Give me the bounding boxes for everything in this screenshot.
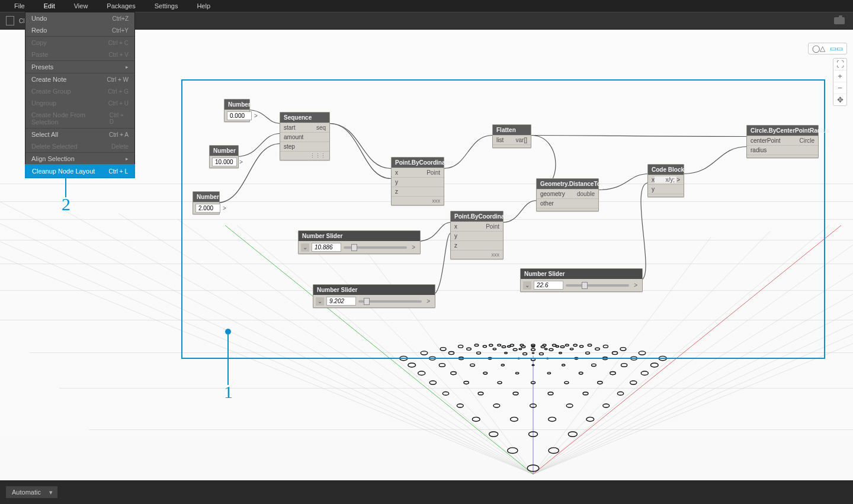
- menu-item-cleanup-node-layout[interactable]: Cleanup Node LayoutCtrl + L: [25, 164, 135, 178]
- zoom-out-button[interactable]: −: [833, 82, 846, 94]
- menu-item-copy: CopyCtrl + C: [25, 36, 134, 49]
- input-port[interactable]: z: [454, 242, 457, 249]
- node-number-0[interactable]: Number >: [224, 99, 250, 122]
- input-port[interactable]: y: [454, 233, 457, 239]
- svg-point-103: [418, 371, 425, 375]
- zoom-fit-button[interactable]: ⛶: [833, 59, 846, 70]
- node-number-10[interactable]: Number >: [209, 145, 239, 168]
- slider-knob[interactable]: [351, 244, 357, 251]
- menu-item-undo[interactable]: UndoCtrl+Z: [25, 12, 134, 24]
- svg-point-64: [493, 404, 500, 407]
- svg-line-9: [355, 237, 533, 474]
- menu-item-create-node-from-selection: Create Node From SelectionCtrl + D: [25, 109, 134, 128]
- callout-label-1: 1: [224, 382, 233, 402]
- svg-point-65: [513, 392, 518, 395]
- slider-value[interactable]: 10.886: [312, 243, 341, 252]
- node-number-2[interactable]: Number >: [193, 191, 220, 214]
- input-port[interactable]: y: [395, 179, 398, 185]
- input-port[interactable]: y: [652, 186, 655, 192]
- output-port[interactable]: >: [220, 205, 229, 211]
- menu-packages[interactable]: Packages: [97, 2, 145, 9]
- svg-point-81: [580, 345, 583, 347]
- svg-point-41: [650, 363, 658, 367]
- number-input[interactable]: [195, 204, 220, 213]
- camera-icon[interactable]: [834, 17, 845, 24]
- svg-point-97: [505, 352, 508, 354]
- output-port[interactable]: >: [676, 176, 680, 183]
- input-port[interactable]: amount: [284, 134, 303, 140]
- node-footer: [537, 208, 598, 211]
- menu-item-create-note[interactable]: Create NoteCtrl + W: [25, 73, 134, 85]
- edit-dropdown: UndoCtrl+ZRedoCtrl+YCopyCtrl + CPasteCtr…: [25, 12, 135, 178]
- slider-track[interactable]: [566, 284, 629, 287]
- svg-point-61: [612, 352, 617, 355]
- pan-button[interactable]: ✥: [833, 94, 846, 105]
- svg-line-14: [533, 208, 853, 474]
- menu-file[interactable]: File: [5, 2, 34, 9]
- node-circle-by-center-point-radius[interactable]: Circle.ByCenterPointRadius centerPointCi…: [746, 125, 819, 158]
- slider-value[interactable]: 22.6: [534, 281, 563, 290]
- slider-value[interactable]: 9.202: [326, 297, 356, 306]
- slider-knob[interactable]: [364, 298, 370, 305]
- output-port[interactable]: Circle: [781, 137, 814, 144]
- output-port[interactable]: >: [631, 282, 640, 288]
- zoom-in-button[interactable]: +: [833, 70, 846, 82]
- input-port[interactable]: start: [284, 124, 295, 131]
- output-port[interactable]: seq: [295, 124, 326, 131]
- slider-track[interactable]: [344, 246, 407, 249]
- svg-point-111: [541, 346, 545, 348]
- menu-item-align-selection[interactable]: Align Selection: [25, 152, 134, 165]
- slider-track[interactable]: [358, 300, 422, 303]
- code-expression[interactable]: x/y;: [655, 176, 676, 183]
- slider-knob[interactable]: [582, 282, 588, 289]
- output-port[interactable]: >: [252, 113, 260, 119]
- node-sequence[interactable]: Sequence startseq amount step ⋮⋮⋮: [280, 112, 330, 160]
- svg-point-43: [508, 448, 518, 454]
- output-port[interactable]: var[]: [504, 137, 527, 143]
- number-input[interactable]: [227, 111, 252, 120]
- svg-point-46: [566, 404, 573, 407]
- output-port[interactable]: double: [565, 191, 595, 197]
- input-port[interactable]: list: [496, 137, 504, 143]
- node-title: Number Slider: [521, 269, 642, 279]
- input-port[interactable]: step: [284, 143, 295, 150]
- menu-item-paste: PasteCtrl + V: [25, 49, 134, 60]
- menu-edit[interactable]: Edit: [34, 2, 65, 9]
- node-title: Number: [210, 146, 238, 156]
- expand-icon[interactable]: ⌄: [301, 243, 309, 252]
- svg-point-35: [568, 432, 577, 436]
- svg-line-11: [533, 190, 853, 474]
- output-port[interactable]: >: [237, 159, 245, 165]
- view-3d-icon[interactable]: ◯△: [811, 44, 826, 53]
- expand-icon[interactable]: ⌄: [316, 297, 324, 306]
- node-point-by-coordinates-2[interactable]: Point.ByCoordinates xPoint y z xxx: [450, 211, 504, 259]
- output-port[interactable]: >: [409, 244, 418, 251]
- menu-item-presets[interactable]: Presets: [25, 60, 134, 73]
- input-port[interactable]: other: [540, 200, 554, 207]
- menu-item-select-all[interactable]: Select AllCtrl + A: [25, 128, 134, 140]
- node-code-block[interactable]: Code Block xx/y;> y: [647, 164, 684, 197]
- input-port[interactable]: z: [395, 188, 398, 195]
- input-port[interactable]: geometry: [540, 191, 565, 197]
- menu-item-redo[interactable]: RedoCtrl+Y: [25, 24, 134, 36]
- output-port[interactable]: >: [424, 298, 432, 304]
- menu-help[interactable]: Help: [187, 2, 220, 9]
- node-number-slider-1[interactable]: Number Slider ⌄ 10.886 >: [298, 230, 421, 254]
- menu-view[interactable]: View: [65, 2, 98, 9]
- run-mode-selector[interactable]: Automatic: [6, 486, 57, 498]
- view-graph-icon[interactable]: ▭▭: [829, 44, 844, 53]
- menu-settings[interactable]: Settings: [145, 2, 188, 9]
- output-port[interactable]: Point: [398, 169, 440, 176]
- input-port[interactable]: centerPoint: [751, 137, 781, 144]
- node-number-slider-2[interactable]: Number Slider ⌄ 9.202 >: [313, 284, 435, 308]
- node-number-slider-3[interactable]: Number Slider ⌄ 22.6 >: [520, 268, 643, 292]
- node-flatten[interactable]: Flatten listvar[]: [492, 124, 531, 148]
- output-port[interactable]: Point: [457, 223, 499, 230]
- node-point-by-coordinates-1[interactable]: Point.ByCoordinates xPoint y z xxx: [391, 157, 444, 206]
- input-port[interactable]: radius: [751, 147, 767, 153]
- node-title: Flatten: [493, 125, 531, 135]
- expand-icon[interactable]: ⌄: [523, 281, 531, 290]
- menu-bar: File Edit View Packages Settings Help: [0, 0, 853, 12]
- node-geometry-distanceto[interactable]: Geometry.DistanceTo geometrydouble other: [536, 178, 599, 211]
- number-input[interactable]: [212, 158, 237, 166]
